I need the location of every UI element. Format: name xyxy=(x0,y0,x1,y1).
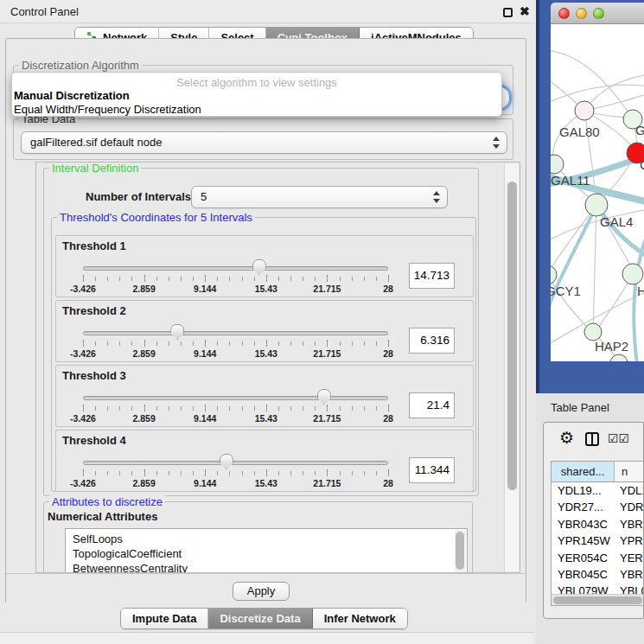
cell[interactable]: YDL19... xyxy=(552,482,615,499)
close-icon[interactable]: ✖ xyxy=(520,4,530,18)
node-label-gcy1: GCY1 xyxy=(551,284,581,298)
table-row[interactable]: YBR043CYBR0 xyxy=(552,516,644,532)
threshold-1-panel: Threshold 1 -3.426 2.859 9.144 15.43 21.… xyxy=(55,235,474,297)
algorithm-dropdown-popup: Select algorithm to view settings Manual… xyxy=(11,72,502,117)
network-node-gal80[interactable] xyxy=(575,101,594,120)
node-label-h: H xyxy=(637,284,644,298)
network-edge xyxy=(551,85,644,104)
thresholds-group: Threshold's Coordinates for 5 Intervals … xyxy=(51,217,476,492)
list-item-topologicalcoefficient[interactable]: TopologicalCoefficient xyxy=(66,546,467,561)
gear-icon[interactable]: ⚙ xyxy=(559,430,574,447)
threshold-4-slider-track[interactable] xyxy=(83,461,388,465)
network-node-gcy1[interactable] xyxy=(551,265,557,284)
cell[interactable]: YBR045C xyxy=(552,566,615,583)
column-header-name[interactable]: n xyxy=(615,462,644,481)
settings-scrollbar[interactable] xyxy=(504,163,519,571)
tick-marks-minor xyxy=(83,471,389,475)
threshold-3-panel: Threshold 3 -3.426 2.859 9.144 15.43 21.… xyxy=(55,365,474,427)
tab-impute-data[interactable]: Impute Data xyxy=(121,609,208,628)
list-item-betweennesscentrality[interactable]: BetweennessCentrality xyxy=(66,561,467,573)
close-traffic-light-icon[interactable] xyxy=(558,8,570,19)
tick-label: 21.715 xyxy=(313,478,341,488)
cell[interactable]: YPR145W xyxy=(552,532,615,549)
node-label-hap2: HAP2 xyxy=(595,339,628,354)
bottom-strip xyxy=(0,633,533,644)
list-scrollbar-thumb[interactable] xyxy=(456,532,464,570)
network-node-hap2[interactable] xyxy=(584,323,602,341)
tick-marks-minor xyxy=(83,406,389,411)
apply-button[interactable]: Apply xyxy=(233,582,290,601)
table-data-select[interactable]: galFiltered.sif default node xyxy=(21,131,507,154)
threshold-1-slider-track[interactable] xyxy=(83,266,388,271)
minimize-traffic-light-icon[interactable] xyxy=(576,8,587,19)
threshold-4-value-field[interactable]: 11.344 xyxy=(409,457,455,483)
table-row[interactable]: YDR27...YDR2 xyxy=(552,499,644,515)
table-data-group: Table Data galFiltered.sif default node xyxy=(13,118,513,160)
cell[interactable]: YBR043C xyxy=(552,516,615,532)
table-scrollbar-thumb[interactable] xyxy=(553,596,642,604)
attributes-group: Attributes to discretize Numerical Attri… xyxy=(43,501,473,573)
threshold-3-slider-track[interactable] xyxy=(83,396,388,400)
network-node-h[interactable] xyxy=(622,264,643,284)
number-of-intervals-select[interactable]: 5 xyxy=(191,186,448,208)
network-edge xyxy=(551,275,587,327)
tick-label: 2.859 xyxy=(132,478,155,488)
tick-label: 28 xyxy=(383,284,393,294)
cell[interactable]: YPR1 xyxy=(615,532,644,549)
tab-discretize-data[interactable]: Discretize Data xyxy=(208,609,312,628)
cell[interactable]: YDR27... xyxy=(552,499,615,515)
network-edge-highlighted xyxy=(551,211,594,316)
numerical-attributes-label: Numerical Attributes xyxy=(48,510,157,523)
list-item-selfloops[interactable]: SelfLoops xyxy=(66,529,467,546)
network-edge xyxy=(584,74,644,111)
float-window-icon[interactable] xyxy=(503,8,513,17)
popup-item-manual-discretization[interactable]: Manual Discretization xyxy=(14,89,130,102)
threshold-4-slider-thumb[interactable] xyxy=(220,454,233,469)
settings-scrollbar-thumb[interactable] xyxy=(507,182,517,490)
table-horizontal-scrollbar[interactable] xyxy=(552,594,644,605)
cell[interactable]: YBR0 xyxy=(615,566,644,583)
table-row[interactable]: YBR045CYBR0 xyxy=(552,566,644,583)
node-label-g: G xyxy=(635,123,644,137)
tab-infer-network-label: Infer Network xyxy=(324,612,396,625)
network-window-titlebar[interactable] xyxy=(551,3,644,24)
tick-label: 9.144 xyxy=(194,348,216,359)
threshold-2-slider-thumb[interactable] xyxy=(170,324,184,340)
cell[interactable]: YER054C xyxy=(552,550,615,566)
network-node-gal4[interactable] xyxy=(585,194,608,216)
threshold-2-label: Threshold 2 xyxy=(62,304,126,317)
table-row[interactable]: YPR145WYPR1 xyxy=(552,532,644,549)
tick-label: 9.144 xyxy=(194,413,216,424)
column-header-shared[interactable]: shared... xyxy=(552,462,615,481)
popup-item-equal-width-frequency[interactable]: Equal Width/Frequency Discretization xyxy=(14,103,201,116)
list-scrollbar[interactable] xyxy=(455,530,466,573)
tab-impute-data-label: Impute Data xyxy=(132,612,196,625)
threshold-3-slider: -3.426 2.859 9.144 15.43 21.715 28 xyxy=(83,388,388,426)
tick-label: 21.715 xyxy=(313,284,341,294)
tab-infer-network[interactable]: Infer Network xyxy=(313,609,407,628)
zoom-traffic-light-icon[interactable] xyxy=(593,8,604,19)
threshold-1-slider-thumb[interactable] xyxy=(252,259,266,275)
network-edge xyxy=(593,205,596,332)
cyni-toolbox-panel: Discretization Algorithm Select algorith… xyxy=(5,38,526,603)
tick-label: 21.715 xyxy=(313,348,341,359)
threshold-3-slider-thumb[interactable] xyxy=(317,389,331,405)
threshold-2-value-field[interactable]: 6.316 xyxy=(409,328,455,354)
threshold-3-value-field[interactable]: 21.4 xyxy=(409,392,455,418)
cell[interactable]: YDR2 xyxy=(615,499,644,515)
table-row[interactable]: YDL19...YDL1 xyxy=(552,482,644,499)
columns-icon[interactable] xyxy=(585,432,599,446)
node-table: shared... n YDL19...YDL1 YDR27...YDR2 YB… xyxy=(551,461,644,606)
tick-label: 2.859 xyxy=(132,348,155,359)
network-node-partial[interactable] xyxy=(610,354,628,361)
table-row[interactable]: YER054CYER0 xyxy=(552,550,644,566)
checkboxes-icon[interactable]: ☑☑ xyxy=(608,431,629,445)
cell[interactable]: YDL1 xyxy=(615,482,644,499)
network-canvas[interactable]: GAL80 G C GAL11 GAL4 GCY1 H HAP2 xyxy=(551,24,644,361)
threshold-1-value-field[interactable]: 14.713 xyxy=(409,263,455,289)
threshold-2-slider-track[interactable] xyxy=(83,331,388,335)
cell[interactable]: YBR0 xyxy=(615,516,644,532)
cell[interactable]: YER0 xyxy=(615,550,644,566)
network-node-gal11[interactable] xyxy=(551,155,564,174)
bottom-tab-bar: Impute Data Discretize Data Infer Networ… xyxy=(120,608,408,629)
